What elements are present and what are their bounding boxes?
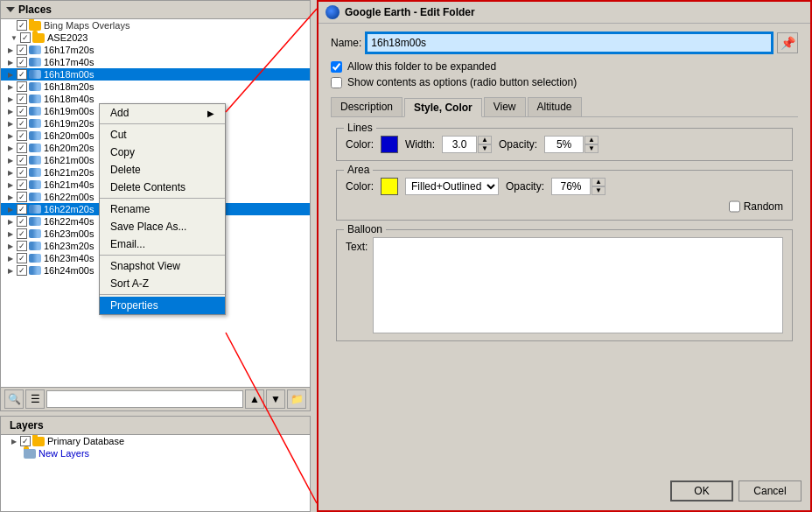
menu-item-delete[interactable]: Delete: [100, 161, 225, 179]
menu-separator: [100, 255, 225, 256]
tree-checkbox[interactable]: [17, 265, 27, 276]
expand-arrow: ▶: [6, 46, 15, 54]
menu-separator: [100, 198, 225, 199]
allow-expand-checkbox[interactable]: [331, 61, 342, 73]
menu-item-delete-contents[interactable]: Delete Contents: [100, 179, 225, 196]
menu-item-copy[interactable]: Copy: [100, 144, 225, 161]
place-icon: [29, 58, 41, 67]
place-icon: [29, 144, 41, 152]
tree-checkbox[interactable]: [17, 57, 27, 67]
lines-width-down[interactable]: ▼: [478, 144, 492, 153]
show-contents-checkbox[interactable]: [331, 77, 342, 88]
folder-icon: [29, 21, 41, 31]
name-row: Name: 📌: [331, 32, 798, 53]
list-item[interactable]: ▶ 16h17m40s: [1, 56, 310, 68]
tab-altitude[interactable]: Altitude: [528, 97, 582, 116]
list-item-new-layers[interactable]: New Layers: [1, 447, 310, 459]
area-section: Area Color: Filled+Outlined Filled Outli…: [336, 170, 793, 221]
ok-button[interactable]: OK: [670, 480, 733, 501]
tree-checkbox[interactable]: [17, 228, 27, 239]
tree-item-label: 16h22m40s: [44, 216, 94, 227]
tree-checkbox[interactable]: [17, 130, 27, 141]
allow-expand-label: Allow this folder to be expanded: [347, 60, 496, 73]
name-input[interactable]: [367, 33, 772, 53]
tree-checkbox[interactable]: [17, 192, 27, 202]
list-item-primary-db[interactable]: ▶ Primary Database: [1, 435, 310, 447]
list-view-button[interactable]: ☰: [25, 389, 45, 409]
menu-item-add[interactable]: Add ▶: [100, 104, 225, 122]
name-label: Name:: [331, 37, 361, 49]
tree-checkbox[interactable]: [17, 241, 27, 251]
tree-checkbox[interactable]: [17, 94, 27, 104]
tree-checkbox[interactable]: [17, 179, 27, 190]
menu-item-snapshot[interactable]: Snapshot View: [100, 257, 225, 275]
tree-checkbox[interactable]: [17, 69, 27, 80]
tree-checkbox[interactable]: [17, 253, 27, 263]
place-icon: [29, 229, 41, 238]
menu-item-sort[interactable]: Sort A-Z: [100, 275, 225, 292]
lines-opacity-input[interactable]: [544, 136, 584, 153]
lines-width-input[interactable]: [442, 136, 477, 153]
search-input[interactable]: [46, 390, 243, 408]
tab-style-color[interactable]: Style, Color: [404, 98, 482, 117]
area-controls: Color: Filled+Outlined Filled Outlined O…: [346, 178, 783, 195]
tree-checkbox[interactable]: [20, 436, 31, 446]
list-item-selected[interactable]: ▶ 16h18m00s: [1, 68, 310, 81]
pin-button[interactable]: 📌: [777, 32, 798, 53]
tree-checkbox[interactable]: [17, 20, 27, 31]
expand-arrow: ▶: [6, 217, 15, 226]
area-color-picker[interactable]: [381, 178, 398, 195]
cancel-button[interactable]: Cancel: [738, 480, 802, 501]
area-opacity-down[interactable]: ▼: [592, 186, 606, 195]
move-down-button[interactable]: ▼: [266, 389, 285, 409]
list-item[interactable]: ▶ 16h17m20s: [1, 44, 310, 56]
expand-arrow: ▶: [6, 242, 15, 250]
folder-icon: [32, 33, 45, 43]
tree-item-label: 16h18m00s: [44, 69, 94, 80]
layers-title: Layers: [10, 419, 44, 431]
folder-button[interactable]: 📁: [287, 389, 306, 409]
list-item[interactable]: ▶ 16h18m20s: [1, 81, 310, 93]
lines-color-picker[interactable]: [381, 136, 398, 153]
move-up-button[interactable]: ▲: [245, 389, 264, 409]
balloon-text-input[interactable]: [373, 237, 783, 333]
tree-checkbox[interactable]: [17, 106, 27, 116]
place-icon: [29, 156, 41, 165]
expand-arrow: ▶: [6, 131, 15, 140]
place-icon: [29, 205, 41, 214]
menu-item-rename[interactable]: Rename: [100, 200, 225, 218]
layers-tree[interactable]: ▶ Primary Database New Layers: [1, 435, 310, 459]
area-fill-select[interactable]: Filled+Outlined Filled Outlined: [405, 178, 499, 195]
menu-item-email[interactable]: Email...: [100, 235, 225, 253]
menu-item-save-place-as[interactable]: Save Place As...: [100, 218, 225, 235]
area-legend: Area: [344, 164, 373, 176]
tree-checkbox[interactable]: [17, 167, 27, 178]
lines-legend: Lines: [344, 122, 376, 134]
menu-item-properties[interactable]: Properties: [100, 297, 225, 314]
tab-view[interactable]: View: [484, 97, 526, 116]
tree-item-label: 16h24m00s: [44, 265, 94, 276]
expand-arrow: ▶: [6, 58, 15, 67]
area-opacity-up[interactable]: ▲: [592, 178, 606, 186]
tree-checkbox[interactable]: [17, 204, 27, 214]
lines-opacity-down[interactable]: ▼: [584, 144, 598, 153]
tree-checkbox[interactable]: [20, 32, 31, 43]
tree-checkbox[interactable]: [17, 45, 27, 55]
search-button[interactable]: 🔍: [4, 389, 24, 409]
tab-description[interactable]: Description: [331, 97, 402, 116]
tree-checkbox[interactable]: [17, 216, 27, 227]
tree-checkbox[interactable]: [17, 118, 27, 129]
tree-item-label: 16h21m20s: [44, 167, 94, 178]
tree-checkbox[interactable]: [17, 81, 27, 92]
tree-item-ase2023[interactable]: ▼ ASE2023: [1, 32, 310, 44]
random-checkbox[interactable]: [729, 200, 740, 213]
tree-item-label: Bing Maps Overlays: [44, 20, 130, 31]
lines-opacity-up[interactable]: ▲: [584, 136, 598, 144]
menu-item-cut[interactable]: Cut: [100, 126, 225, 144]
tree-checkbox[interactable]: [17, 143, 27, 153]
lines-width-up[interactable]: ▲: [478, 136, 492, 144]
tree-checkbox[interactable]: [17, 155, 27, 165]
earth-icon: [326, 5, 340, 19]
tree-item-bing[interactable]: Bing Maps Overlays: [1, 19, 310, 32]
area-opacity-input[interactable]: [551, 178, 591, 195]
